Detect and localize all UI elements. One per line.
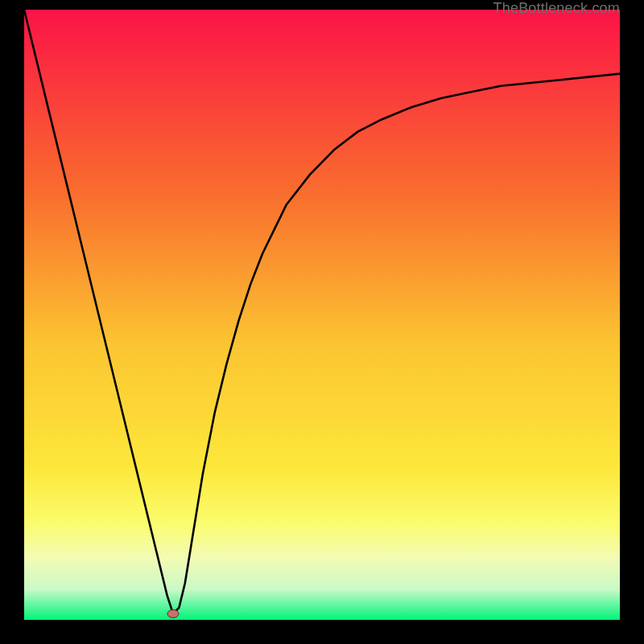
optimal-point-marker [167,609,179,617]
watermark-text: TheBottleneck.com [493,0,620,17]
plot-area [24,10,620,620]
svg-point-1 [167,609,179,617]
chart-canvas: TheBottleneck.com [0,0,644,644]
bottleneck-curve [24,10,620,620]
